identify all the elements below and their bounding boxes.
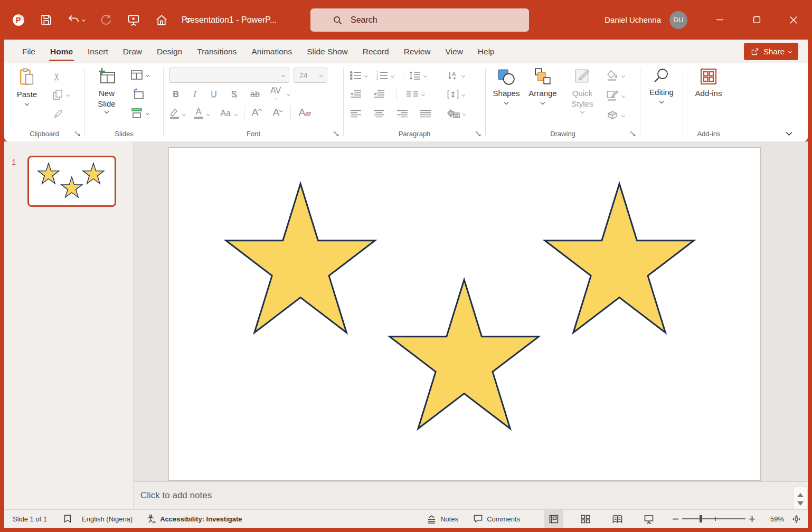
star-shape[interactable] [390,280,539,429]
align-center-button[interactable] [373,110,385,118]
editing-button[interactable]: Editing [645,68,678,103]
tab-file[interactable]: File [15,40,43,63]
tab-transitions[interactable]: Transitions [190,40,244,63]
underline-button[interactable]: U [208,90,220,99]
minimize-button[interactable] [701,0,738,40]
shapes-button[interactable]: Shapes [490,68,523,104]
notes-panel[interactable]: Click to add notes [134,481,808,509]
text-direction-button[interactable]: A [447,71,465,80]
comments-button[interactable]: Comments [473,514,520,524]
quick-styles-button[interactable]: Quick Styles [564,68,601,113]
tab-insert[interactable]: Insert [80,40,116,63]
search-box[interactable]: Search [310,8,529,32]
user-name[interactable]: Daniel Uchenna [605,15,661,24]
zoom-out-button[interactable] [672,516,679,522]
columns-button[interactable] [406,91,424,98]
fit-slide-to-window-button[interactable] [791,514,801,524]
tab-view[interactable]: View [438,40,470,63]
previous-slide-icon[interactable] [797,493,804,497]
spell-check-button[interactable] [63,514,72,524]
undo-dropdown-chevron-icon[interactable] [82,18,86,22]
shape-fill-button[interactable] [606,70,625,81]
language-indicator[interactable]: English (Nigeria) [82,515,133,523]
avatar[interactable]: DU [669,11,687,29]
tab-review[interactable]: Review [396,40,438,63]
tab-animations[interactable]: Animations [244,40,299,63]
convert-to-smartart-button[interactable] [447,109,466,118]
slideshow-view-button[interactable] [639,510,658,528]
bullets-button[interactable] [350,71,367,80]
cut-button[interactable]: ✂ [53,71,61,83]
accessibility-checker[interactable]: Accessibility: Investigate [146,514,242,524]
align-text-button[interactable] [447,90,465,99]
align-right-button[interactable] [396,110,408,118]
next-slide-icon[interactable] [797,501,804,506]
zoom-slider[interactable] [682,518,745,519]
change-case-button[interactable]: Aa [219,109,232,118]
text-highlight-button[interactable] [169,108,180,119]
redo-icon[interactable] [99,13,112,26]
copy-button[interactable] [52,89,70,101]
normal-view-button[interactable] [544,510,563,528]
close-button[interactable] [775,0,812,40]
arrange-button[interactable]: Arrange [525,68,561,104]
strikethrough-button[interactable]: ab [248,90,262,99]
slide-thumbnail[interactable] [27,156,116,207]
clipboard-dialog-launcher-icon[interactable] [74,131,81,137]
justify-button[interactable] [420,110,431,118]
numbering-button[interactable]: 123 [376,71,394,80]
tab-slide-show[interactable]: Slide Show [299,40,355,63]
start-slideshow-icon[interactable] [127,13,140,27]
slide-indicator[interactable]: Slide 1 of 1 [13,515,47,523]
save-icon[interactable] [40,13,53,26]
shape-outline-button[interactable] [606,90,625,101]
share-button[interactable]: Share [744,43,798,60]
reading-view-button[interactable] [608,510,627,528]
addins-button[interactable]: Add-ins [692,68,725,99]
tab-draw[interactable]: Draw [116,40,149,63]
home-icon[interactable] [155,13,168,27]
format-painter-button[interactable] [53,108,64,119]
font-size-combobox[interactable]: 24 [294,68,327,83]
increase-font-size-button[interactable]: A [250,107,263,118]
font-color-button[interactable]: A [193,108,204,119]
font-name-combobox[interactable] [169,68,289,83]
text-shadow-button[interactable]: S [228,90,240,99]
slide-canvas[interactable] [169,148,760,480]
notes-toggle-button[interactable]: Notes [427,515,458,524]
powerpoint-logo-icon[interactable]: P [12,13,25,27]
tab-home[interactable]: Home [43,40,80,63]
bold-button[interactable]: B [170,90,182,99]
line-spacing-button[interactable] [409,71,427,80]
italic-button[interactable]: I [189,90,201,99]
undo-icon[interactable] [67,13,85,26]
star-shape[interactable] [545,184,694,332]
slide-layout-button[interactable] [130,70,149,80]
section-button[interactable] [130,108,149,118]
star-shape[interactable] [61,177,82,197]
increase-indent-button[interactable] [373,90,385,98]
character-spacing-button[interactable]: AV ↔ [268,88,283,100]
zoom-slider-handle[interactable] [700,515,702,522]
tab-design[interactable]: Design [149,40,190,63]
zoom-in-button[interactable] [749,516,756,522]
slide-sorter-view-button[interactable] [576,510,595,528]
new-slide-button[interactable]: New Slide [90,68,123,113]
font-dialog-launcher-icon[interactable] [333,131,339,137]
paste-button[interactable]: Paste [12,68,42,105]
tab-help[interactable]: Help [470,40,502,63]
decrease-font-size-button[interactable]: A [271,107,284,118]
star-shape[interactable] [83,163,104,184]
decrease-indent-button[interactable] [350,90,362,98]
shape-effects-button[interactable] [606,110,625,120]
drawing-dialog-launcher-icon[interactable] [630,131,636,137]
collapse-ribbon-button[interactable] [785,131,793,136]
maximize-button[interactable] [738,0,775,40]
tab-record[interactable]: Record [355,40,396,63]
clear-formatting-button[interactable]: A [297,107,313,118]
star-shape[interactable] [38,163,59,184]
star-shape[interactable] [226,184,375,332]
align-left-button[interactable] [350,110,362,118]
zoom-level[interactable]: 59% [764,515,784,523]
reset-slide-button[interactable] [131,88,144,100]
